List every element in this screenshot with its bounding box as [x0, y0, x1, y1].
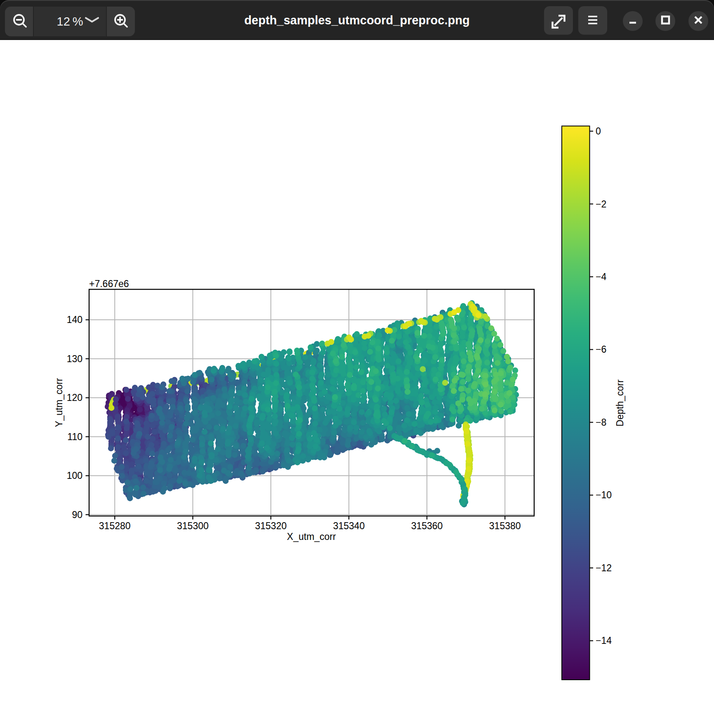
svg-text:315320: 315320: [255, 521, 287, 531]
svg-text:−6: −6: [596, 344, 606, 355]
svg-text:315280: 315280: [99, 521, 131, 531]
svg-text:−12: −12: [596, 563, 612, 573]
svg-text:110: 110: [67, 431, 82, 442]
svg-text:Depth_corr: Depth_corr: [615, 379, 625, 426]
svg-text:315380: 315380: [489, 521, 521, 531]
svg-text:0: 0: [596, 126, 601, 137]
svg-text:−10: −10: [596, 490, 612, 500]
svg-text:X_utm_corr: X_utm_corr: [287, 531, 336, 542]
svg-text:130: 130: [67, 353, 82, 364]
svg-text:315340: 315340: [333, 521, 365, 531]
svg-text:120: 120: [67, 392, 82, 403]
svg-text:100: 100: [67, 470, 82, 481]
svg-text:Y_utm_corr: Y_utm_corr: [54, 378, 64, 427]
svg-text:+7.667e6: +7.667e6: [89, 278, 129, 289]
svg-text:−4: −4: [596, 271, 606, 282]
svg-text:315300: 315300: [177, 521, 209, 531]
svg-text:315360: 315360: [411, 521, 443, 531]
svg-text:−2: −2: [596, 199, 606, 210]
svg-text:90: 90: [72, 509, 82, 520]
svg-text:−14: −14: [596, 635, 612, 646]
svg-text:140: 140: [67, 314, 82, 325]
svg-text:−8: −8: [596, 417, 606, 428]
